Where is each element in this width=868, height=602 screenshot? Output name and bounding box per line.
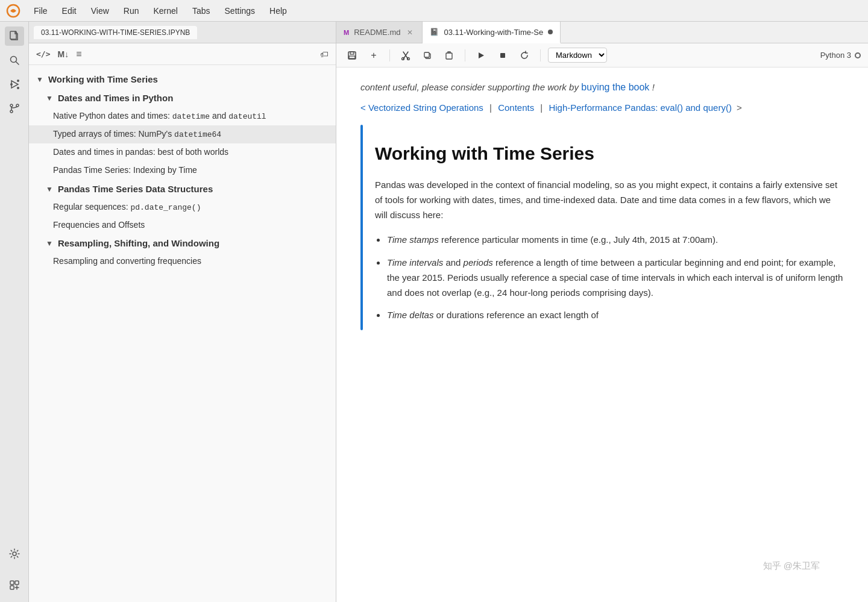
- bullet-1-rest: reference particular moments in time (e.…: [441, 234, 718, 245]
- menu-edit[interactable]: Edit: [56, 4, 83, 18]
- svg-rect-21: [446, 53, 452, 59]
- list-icon[interactable]: ≡: [76, 49, 81, 60]
- right-panel: M README.md ✕ 📓 03.11-Working-with-Time-…: [336, 22, 868, 602]
- toc-item-native-python[interactable]: Native Python dates and times: datetime …: [29, 107, 336, 125]
- tab-notebook[interactable]: 📓 03.11-Working-with-Time-Se: [423, 22, 561, 43]
- nav-next-link[interactable]: High-Performance Pandas: eval() and quer…: [549, 102, 731, 113]
- readme-tab-label: README.md: [354, 28, 400, 37]
- bullet-2-mid: and: [445, 257, 463, 268]
- svg-point-10: [13, 552, 16, 556]
- left-tab-notebook[interactable]: 03.11-WORKING-WITH-TIME-SERIES.IPYNB: [34, 26, 197, 39]
- toc-arrow-working: ▼: [36, 75, 43, 85]
- nav-prev-link[interactable]: < Vectorized String Operations: [360, 102, 483, 113]
- svg-point-8: [10, 104, 13, 107]
- readme-tab-close[interactable]: ✕: [405, 28, 415, 37]
- cell-active-indicator: [360, 125, 363, 330]
- toc-item-date-range[interactable]: Regular sequences: pd.date_range(): [29, 198, 336, 216]
- left-tab-bar: 03.11-WORKING-WITH-TIME-SERIES.IPYNB: [29, 22, 336, 43]
- content-area[interactable]: content useful, please consider supporti…: [336, 67, 868, 602]
- markdown-icon[interactable]: M↓: [57, 49, 69, 59]
- toc-text-dates-pandas: Dates and times in pandas: best of both …: [53, 146, 329, 158]
- notebook-toolbar: + Markdown: [336, 43, 868, 67]
- tag-icon[interactable]: 🏷: [320, 49, 329, 59]
- menu-view[interactable]: View: [85, 4, 115, 18]
- toc-item-data-structures[interactable]: ▼ Pandas Time Series Data Structures: [29, 180, 336, 198]
- run-button[interactable]: [473, 47, 489, 64]
- svg-point-6: [17, 87, 19, 89]
- paste-button[interactable]: [441, 47, 458, 64]
- toc-item-typed-arrays[interactable]: Typed arrays of times: NumPy's datetime6…: [29, 125, 336, 143]
- activity-extensions[interactable]: [5, 575, 24, 595]
- toc-text-typed: Typed arrays of times: NumPy's datetime6…: [53, 128, 329, 140]
- svg-rect-12: [15, 581, 19, 585]
- cell-type-select[interactable]: Markdown: [548, 48, 607, 63]
- toc-item-dates-pandas[interactable]: Dates and times in pandas: best of both …: [29, 143, 336, 161]
- toc-item-resampling-freq[interactable]: Resampling and converting frequencies: [29, 252, 336, 271]
- toc-arrow-resamp: ▼: [46, 239, 53, 249]
- menu-file[interactable]: File: [28, 4, 54, 18]
- toolbar-sep-1: [389, 49, 390, 61]
- bullet-2-italic1: Time intervals: [387, 257, 443, 268]
- menu-kernel[interactable]: Kernel: [147, 4, 183, 18]
- plus-icon: +: [371, 50, 376, 61]
- left-panel: 03.11-WORKING-WITH-TIME-SERIES.IPYNB </>…: [29, 22, 336, 602]
- toc-arrow-ds: ▼: [46, 184, 53, 195]
- bullet-intervals: Time intervals and periods reference a l…: [387, 254, 844, 300]
- menu-run[interactable]: Run: [118, 4, 145, 18]
- nav-sep1: |: [489, 102, 492, 113]
- toolbar-sep-3: [540, 49, 541, 61]
- toolbar-right: Python 3: [820, 51, 861, 60]
- activity-search[interactable]: [5, 51, 24, 70]
- activity-git[interactable]: [5, 99, 24, 118]
- svg-rect-16: [349, 56, 355, 58]
- svg-rect-13: [10, 586, 14, 589]
- code-view-icon[interactable]: </>: [36, 49, 50, 58]
- activity-files[interactable]: [5, 27, 24, 46]
- stop-button[interactable]: [494, 47, 511, 64]
- main-heading: Working with Time Series: [375, 139, 844, 168]
- notebook-tab-label: 03.11-Working-with-Time-Se: [444, 28, 543, 37]
- svg-point-5: [17, 80, 19, 82]
- toc-text-date-range: Regular sequences: pd.date_range(): [53, 201, 329, 213]
- toc-item-dates-times[interactable]: ▼ Dates and Times in Python: [29, 89, 336, 107]
- toolbar-sep-2: [465, 49, 465, 61]
- activity-run-debug[interactable]: [5, 75, 24, 94]
- tab-readme[interactable]: M README.md ✕: [336, 22, 423, 43]
- menu-help[interactable]: Help: [263, 4, 293, 18]
- bullet-deltas: Time deltas or durations reference an ex…: [387, 306, 844, 323]
- toc-item-resampling[interactable]: ▼ Resampling, Shifting, and Windowing: [29, 234, 336, 252]
- add-cell-button[interactable]: +: [365, 47, 382, 64]
- svg-marker-22: [479, 52, 484, 58]
- toc-item-freq-offsets[interactable]: Frequencies and Offsets: [29, 216, 336, 234]
- copy-button[interactable]: [419, 47, 436, 64]
- readme-tab-icon: M: [344, 29, 349, 36]
- svg-rect-15: [350, 52, 354, 54]
- menubar: File Edit View Run Kernel Tabs Settings …: [0, 0, 868, 22]
- menu-settings[interactable]: Settings: [219, 4, 262, 18]
- intro-block: content useful, please consider supporti…: [360, 82, 844, 93]
- save-button[interactable]: [344, 47, 360, 64]
- notebook-tab-icon: 📓: [430, 28, 439, 36]
- activity-settings[interactable]: [5, 544, 24, 563]
- buying-link[interactable]: buying the book: [581, 82, 649, 92]
- nav-arrow: >: [737, 102, 742, 113]
- toc-text-dates: Dates and Times in Python: [58, 92, 329, 104]
- toc-item-working-with-time-series[interactable]: ▼ Working with Time Series: [29, 70, 336, 89]
- toc-text-working: Working with Time Series: [48, 73, 329, 86]
- kernel-status-circle: [855, 52, 861, 58]
- activity-bar: [0, 22, 29, 602]
- intro-text-before: content useful, please consider supporti…: [360, 82, 579, 92]
- restart-button[interactable]: [516, 47, 533, 64]
- toc-item-indexing-by-time[interactable]: Pandas Time Series: Indexing by Time: [29, 161, 336, 180]
- svg-rect-14: [348, 52, 356, 59]
- python-indicator: Python 3: [820, 51, 861, 60]
- svg-point-9: [16, 104, 19, 107]
- toc-text-resamp: Resampling, Shifting, and Windowing: [58, 237, 329, 249]
- cut-button[interactable]: [397, 47, 414, 64]
- intro-text-end: !: [652, 82, 655, 92]
- nav-sep2: |: [540, 102, 542, 113]
- toc-text-indexing: Pandas Time Series: Indexing by Time: [53, 165, 329, 177]
- svg-rect-11: [10, 581, 14, 585]
- nav-contents-link[interactable]: Contents: [498, 102, 534, 113]
- menu-tabs[interactable]: Tabs: [186, 4, 216, 18]
